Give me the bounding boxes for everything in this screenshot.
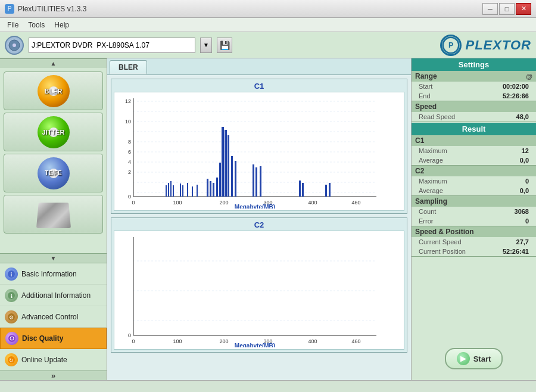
bler-disc-button[interactable]: BLER bbox=[4, 71, 103, 110]
additional-info-label: Additional Information bbox=[21, 291, 91, 300]
range-start-row: Start 00:02:00 bbox=[412, 82, 536, 91]
sidebar-item-online-update[interactable]: ↻ Online Update bbox=[0, 349, 107, 371]
c1-avg-value: 0,0 bbox=[520, 157, 529, 164]
panel-section-speed: Speed Read Speed 48,0 bbox=[412, 101, 536, 122]
svg-text:Megabyte(MB): Megabyte(MB) bbox=[235, 204, 275, 209]
maximize-button[interactable]: □ bbox=[499, 3, 515, 15]
window-controls[interactable]: ─ □ ✕ bbox=[482, 3, 531, 15]
svg-text:P: P bbox=[448, 41, 453, 49]
close-button[interactable]: ✕ bbox=[516, 3, 531, 15]
tab-bler[interactable]: BLER bbox=[110, 60, 147, 74]
jitter-disc-button[interactable]: JITTER bbox=[4, 113, 103, 151]
result-header: Result bbox=[412, 123, 536, 135]
panel-section-c1-result: C1 Maximum 12 Average 0,0 bbox=[412, 135, 536, 166]
basic-info-icon: i bbox=[5, 267, 18, 281]
svg-text:200: 200 bbox=[219, 338, 228, 344]
svg-text:0: 0 bbox=[132, 338, 135, 344]
read-speed-label: Read Speed bbox=[419, 113, 455, 120]
svg-text:8: 8 bbox=[128, 139, 131, 145]
sampling-count-label: Count bbox=[419, 208, 436, 215]
svg-text:ℹ: ℹ bbox=[11, 294, 13, 299]
c1-result-label: C1 bbox=[415, 136, 424, 145]
svg-text:400: 400 bbox=[308, 200, 317, 206]
range-end-label: End bbox=[419, 92, 431, 99]
c1-chart-container: C1 bbox=[111, 79, 407, 214]
c2-chart-container: C2 0 0 100 200 bbox=[111, 217, 407, 353]
status-bar bbox=[0, 380, 536, 392]
sidebar-scroll-more[interactable]: » bbox=[0, 371, 107, 380]
plextor-logo-text: PLEXTOR bbox=[465, 38, 531, 53]
panel-speed-position-header[interactable]: Speed & Position bbox=[412, 226, 536, 237]
svg-text:100: 100 bbox=[173, 338, 182, 344]
svg-rect-47 bbox=[192, 186, 193, 197]
svg-point-10 bbox=[8, 335, 15, 342]
svg-rect-41 bbox=[168, 183, 169, 197]
svg-rect-64 bbox=[325, 185, 327, 197]
minimize-button[interactable]: ─ bbox=[482, 3, 498, 15]
panel-range-header[interactable]: Range @ bbox=[412, 71, 536, 82]
c1-max-label: Maximum bbox=[419, 147, 447, 154]
svg-rect-46 bbox=[187, 183, 188, 197]
c1-max-row: Maximum 12 bbox=[412, 146, 536, 155]
svg-text:⚙: ⚙ bbox=[9, 315, 14, 321]
svg-rect-54 bbox=[222, 127, 224, 197]
sidebar: ▲ BLER JITTER bbox=[0, 58, 107, 380]
drive-selector-input[interactable] bbox=[29, 38, 195, 53]
advanced-control-icon: ⚙ bbox=[5, 310, 18, 323]
menu-tools[interactable]: Tools bbox=[23, 20, 49, 30]
c2-max-value: 0 bbox=[525, 178, 529, 185]
panel-c2-result-header[interactable]: C2 bbox=[412, 166, 536, 176]
panel-c1-result-header[interactable]: C1 bbox=[412, 135, 536, 146]
drive-dropdown-button[interactable]: ▼ bbox=[200, 38, 212, 53]
svg-rect-56 bbox=[228, 135, 229, 197]
svg-rect-42 bbox=[170, 181, 172, 197]
tefe-disc-button[interactable]: TE/FE bbox=[4, 154, 103, 192]
svg-text:100: 100 bbox=[173, 200, 182, 206]
svg-text:2: 2 bbox=[128, 169, 131, 175]
panel-sampling-header[interactable]: Sampling bbox=[412, 196, 536, 207]
sidebar-scroll-down[interactable]: ▼ bbox=[0, 253, 107, 263]
sidebar-item-disc-quality[interactable]: Disc Quality bbox=[0, 328, 107, 349]
right-panel: Settings Range @ Start 00:02:00 End 52:2… bbox=[411, 58, 536, 380]
c2-result-label: C2 bbox=[415, 167, 424, 175]
current-speed-value: 27,7 bbox=[516, 238, 529, 245]
start-button-container: ▶ Start bbox=[412, 337, 536, 380]
svg-text:0: 0 bbox=[132, 200, 135, 206]
sidebar-item-advanced[interactable]: ⚙ Advanced Control bbox=[0, 306, 107, 328]
start-button[interactable]: ▶ Start bbox=[445, 348, 503, 369]
range-start-value: 00:02:00 bbox=[503, 83, 529, 90]
sidebar-item-additional[interactable]: ℹ Additional Information bbox=[0, 285, 107, 306]
svg-text:460: 460 bbox=[351, 338, 360, 344]
disc-buttons-area: BLER JITTER TE bbox=[0, 68, 107, 253]
svg-point-1 bbox=[13, 43, 16, 47]
sampling-label: Sampling bbox=[415, 197, 447, 206]
svg-rect-65 bbox=[329, 183, 331, 197]
read-speed-value: 48,0 bbox=[516, 113, 529, 120]
svg-rect-49 bbox=[207, 179, 208, 197]
sidebar-scroll-up[interactable]: ▲ bbox=[0, 58, 107, 68]
save-button[interactable]: 💾 bbox=[217, 38, 232, 53]
sidebar-item-basic[interactable]: i Basic Information bbox=[0, 263, 107, 285]
current-position-row: Current Position 52:26:41 bbox=[412, 247, 536, 256]
svg-text:0: 0 bbox=[128, 194, 131, 200]
svg-text:Megabyte(MB): Megabyte(MB) bbox=[235, 343, 275, 347]
scratch-disc-button[interactable] bbox=[4, 195, 103, 234]
c1-chart-title: C1 bbox=[114, 82, 404, 91]
c1-max-value: 12 bbox=[522, 147, 529, 154]
online-update-icon: ↻ bbox=[5, 353, 18, 366]
menu-help[interactable]: Help bbox=[49, 20, 74, 30]
svg-rect-43 bbox=[173, 185, 174, 197]
svg-rect-44 bbox=[180, 183, 181, 197]
current-position-label: Current Position bbox=[419, 248, 466, 255]
panel-speed-header[interactable]: Speed bbox=[412, 101, 536, 112]
svg-text:4: 4 bbox=[128, 159, 131, 165]
c2-chart-svg: 0 0 100 200 300 400 460 Megabyte(MB) bbox=[114, 231, 404, 350]
right-panel-spacer bbox=[412, 257, 536, 337]
disc-quality-icon bbox=[5, 332, 18, 345]
c1-chart-svg: 12 10 8 6 4 2 0 0 100 200 300 400 460 bbox=[114, 92, 404, 211]
svg-rect-63 bbox=[302, 183, 304, 197]
svg-text:12: 12 bbox=[125, 98, 131, 104]
sampling-error-label: Error bbox=[419, 217, 433, 225]
menu-file[interactable]: File bbox=[2, 20, 23, 30]
settings-header: Settings bbox=[412, 58, 536, 71]
